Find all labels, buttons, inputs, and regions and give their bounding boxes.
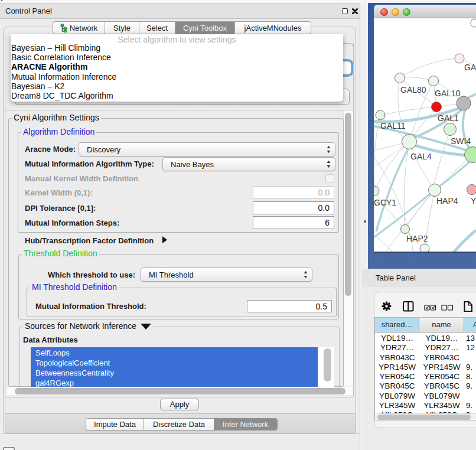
svg-text:HAP2: HAP2 bbox=[406, 234, 428, 243]
svg-text:GAL: GAL bbox=[464, 63, 476, 72]
svg-text:GCY1: GCY1 bbox=[374, 198, 396, 207]
svg-text:Y: Y bbox=[471, 196, 476, 206]
svg-text:GAL4: GAL4 bbox=[410, 152, 432, 161]
svg-text:SWI4: SWI4 bbox=[451, 136, 471, 146]
svg-text:GAL10: GAL10 bbox=[435, 89, 461, 98]
svg-text:GAL11: GAL11 bbox=[380, 121, 406, 131]
svg-text:GAL1: GAL1 bbox=[438, 113, 459, 123]
svg-text:HAP4: HAP4 bbox=[436, 196, 458, 206]
svg-text:GAL80: GAL80 bbox=[400, 85, 426, 94]
